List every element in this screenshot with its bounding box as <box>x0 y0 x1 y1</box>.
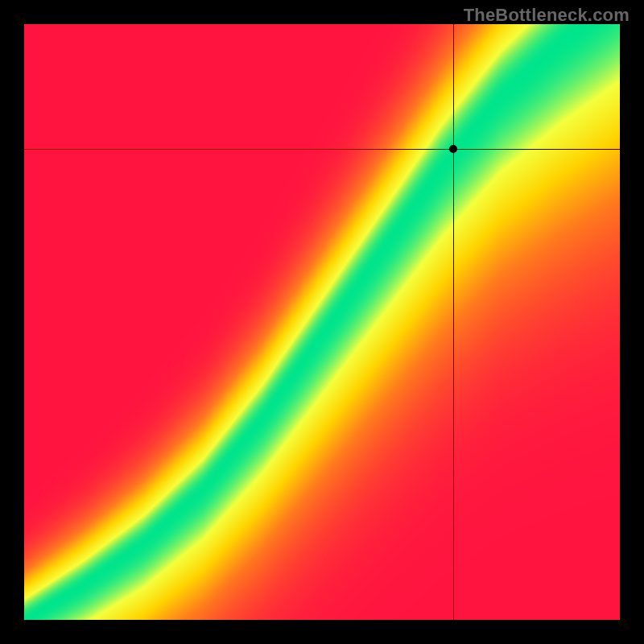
heatmap-plot <box>24 24 620 620</box>
crosshair-vertical <box>453 24 454 620</box>
heatmap-canvas <box>24 24 620 620</box>
crosshair-horizontal <box>24 149 620 150</box>
chart-frame: TheBottleneck.com <box>0 0 644 644</box>
watermark-text: TheBottleneck.com <box>464 5 630 26</box>
